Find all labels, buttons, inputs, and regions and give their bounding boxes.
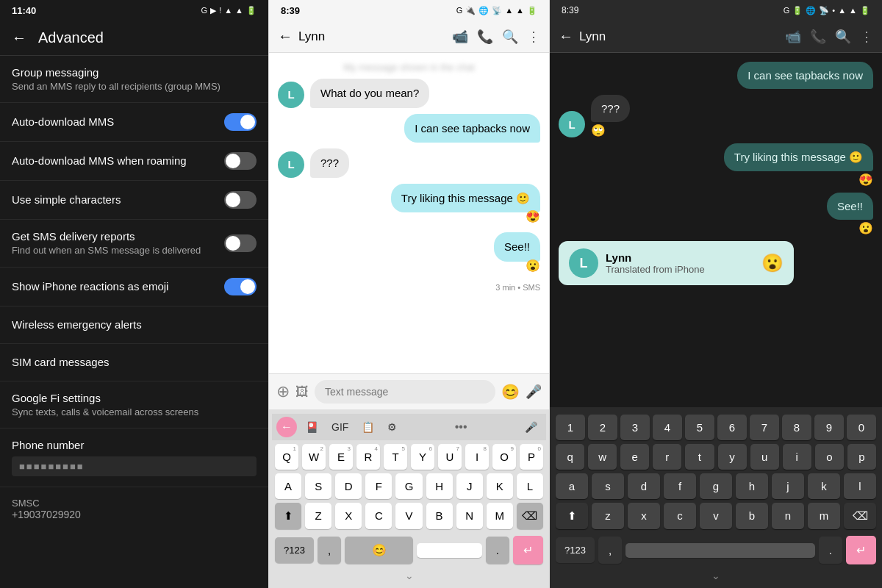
dark-key-k[interactable]: k bbox=[808, 473, 840, 499]
key-J[interactable]: J bbox=[456, 473, 483, 499]
dark-key-b[interactable]: b bbox=[736, 503, 768, 529]
video-call-button[interactable]: 📹 bbox=[452, 29, 468, 45]
shift-key[interactable]: ⬆ bbox=[275, 503, 301, 529]
key-9[interactable]: 9 bbox=[814, 415, 844, 440]
key-3[interactable]: 3 bbox=[620, 415, 650, 440]
emoji-keyboard-button[interactable]: 😊 bbox=[345, 537, 413, 564]
dark-key-x[interactable]: x bbox=[628, 503, 660, 529]
settings-item-sim-messages[interactable]: SIM card messages bbox=[0, 344, 268, 381]
clipboard-button[interactable]: 📋 bbox=[357, 418, 379, 436]
dark-key-l[interactable]: l bbox=[844, 473, 876, 499]
settings-item-auto-download[interactable]: Auto-download MMS bbox=[0, 103, 268, 142]
period-key[interactable]: . bbox=[486, 537, 509, 564]
key-P[interactable]: P0 bbox=[520, 444, 543, 470]
dark-backspace-key[interactable]: ⌫ bbox=[844, 503, 876, 529]
dark-period-key[interactable]: . bbox=[819, 537, 842, 564]
settings-item-wireless-alerts[interactable]: Wireless emergency alerts bbox=[0, 306, 268, 344]
enter-key[interactable]: ↵ bbox=[513, 536, 543, 564]
dark-key-t[interactable]: t bbox=[685, 444, 714, 470]
settings-item-sms-delivery[interactable]: Get SMS delivery reports Find out when a… bbox=[0, 220, 268, 268]
dark-key-w[interactable]: w bbox=[588, 444, 617, 470]
key-2[interactable]: 2 bbox=[588, 415, 617, 440]
dark-more-options-button[interactable]: ⋮ bbox=[860, 29, 873, 45]
simple-chars-toggle[interactable] bbox=[224, 191, 257, 209]
key-H[interactable]: H bbox=[426, 473, 453, 499]
more-keyboard-tools[interactable]: ••• bbox=[406, 420, 516, 434]
key-V[interactable]: V bbox=[395, 503, 422, 529]
dark-key-f[interactable]: f bbox=[664, 473, 696, 499]
key-S[interactable]: S bbox=[305, 473, 331, 499]
dark-phone-call-button[interactable]: 📞 bbox=[810, 29, 826, 45]
dark-comma-key[interactable]: , bbox=[598, 537, 622, 564]
space-key[interactable] bbox=[417, 543, 482, 558]
dark-key-e[interactable]: e bbox=[620, 444, 649, 470]
dark-key-j[interactable]: j bbox=[772, 473, 804, 499]
dark-symbols-key[interactable]: ?123 bbox=[556, 537, 595, 563]
key-7[interactable]: 7 bbox=[750, 415, 779, 440]
iphone-reactions-toggle[interactable] bbox=[224, 278, 257, 295]
dark-key-q[interactable]: q bbox=[556, 444, 584, 470]
key-Q[interactable]: Q1 bbox=[275, 444, 298, 470]
dark-enter-key[interactable]: ↵ bbox=[846, 536, 876, 564]
settings-button[interactable]: ⚙ bbox=[383, 418, 401, 436]
key-B[interactable]: B bbox=[426, 503, 453, 529]
settings-item-google-fi[interactable]: Google Fi settings Sync texts, calls & v… bbox=[0, 381, 268, 429]
key-1[interactable]: 1 bbox=[556, 415, 585, 440]
dark-key-y[interactable]: y bbox=[718, 444, 747, 470]
key-K[interactable]: K bbox=[487, 473, 513, 499]
gif-button[interactable]: GIF bbox=[327, 418, 353, 436]
key-Z[interactable]: Z bbox=[305, 503, 331, 529]
key-O[interactable]: O9 bbox=[492, 444, 516, 470]
back-button[interactable]: ← bbox=[12, 29, 26, 46]
dark-key-m[interactable]: m bbox=[808, 503, 840, 529]
sticker-button[interactable]: 🎴 bbox=[301, 418, 323, 436]
key-M[interactable]: M bbox=[487, 503, 513, 529]
key-6[interactable]: 6 bbox=[717, 415, 747, 440]
dark-key-s[interactable]: s bbox=[592, 473, 624, 499]
add-button[interactable]: ⊕ bbox=[276, 382, 290, 401]
mic-button[interactable]: 🎤 bbox=[526, 384, 542, 400]
gallery-button[interactable]: 🖼 bbox=[295, 384, 309, 400]
dark-key-d[interactable]: d bbox=[628, 473, 660, 499]
key-5[interactable]: 5 bbox=[685, 415, 714, 440]
dark-key-r[interactable]: r bbox=[653, 444, 681, 470]
key-L[interactable]: L bbox=[517, 473, 543, 499]
dark-key-h[interactable]: h bbox=[736, 473, 768, 499]
message-input[interactable] bbox=[315, 380, 495, 404]
dark-key-n[interactable]: n bbox=[772, 503, 804, 529]
dark-key-v[interactable]: v bbox=[700, 503, 732, 529]
key-R[interactable]: R4 bbox=[356, 444, 380, 470]
dark-video-call-button[interactable]: 📹 bbox=[785, 29, 801, 45]
dark-shift-key[interactable]: ⬆ bbox=[556, 503, 588, 529]
dark-search-button[interactable]: 🔍 bbox=[835, 29, 851, 45]
key-U[interactable]: U7 bbox=[438, 444, 462, 470]
key-8[interactable]: 8 bbox=[782, 415, 811, 440]
dark-key-i[interactable]: i bbox=[783, 444, 811, 470]
backspace-key[interactable]: ⌫ bbox=[517, 503, 543, 529]
key-0[interactable]: 0 bbox=[847, 415, 876, 440]
dark-key-p[interactable]: p bbox=[847, 444, 876, 470]
key-Y[interactable]: Y6 bbox=[411, 444, 434, 470]
key-F[interactable]: F bbox=[365, 473, 392, 499]
search-button[interactable]: 🔍 bbox=[502, 29, 518, 45]
symbols-key[interactable]: ?123 bbox=[275, 537, 314, 563]
key-X[interactable]: X bbox=[335, 503, 362, 529]
settings-item-auto-download-roaming[interactable]: Auto-download MMS when roaming bbox=[0, 142, 268, 181]
key-D[interactable]: D bbox=[335, 473, 362, 499]
key-I[interactable]: I8 bbox=[465, 444, 489, 470]
key-G[interactable]: G bbox=[395, 473, 422, 499]
chat-dark-back-button[interactable]: ← bbox=[559, 28, 573, 45]
settings-item-simple-chars[interactable]: Use simple characters bbox=[0, 181, 268, 220]
dark-key-z[interactable]: z bbox=[592, 503, 624, 529]
key-T[interactable]: T5 bbox=[384, 444, 407, 470]
dark-key-c[interactable]: c bbox=[664, 503, 696, 529]
key-W[interactable]: W2 bbox=[302, 444, 326, 470]
phone-call-button[interactable]: 📞 bbox=[477, 29, 493, 45]
key-A[interactable]: A bbox=[275, 473, 301, 499]
sms-delivery-toggle[interactable] bbox=[224, 234, 257, 252]
keyboard-back-button[interactable]: ← bbox=[276, 417, 297, 437]
key-N[interactable]: N bbox=[456, 503, 483, 529]
auto-download-toggle[interactable] bbox=[224, 113, 257, 131]
comma-key[interactable]: , bbox=[318, 537, 341, 564]
key-E[interactable]: E3 bbox=[329, 444, 353, 470]
